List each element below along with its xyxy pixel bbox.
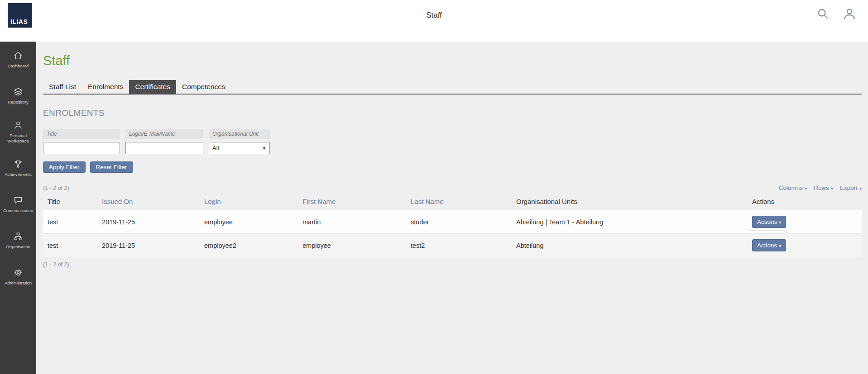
sidebar-item-label: Repository [6,99,29,105]
column-header-actions: Actions [748,194,862,210]
sidebar-item-dashboard[interactable]: Dashboard [0,42,36,78]
sidebar-item-label: Personal Workspace [0,133,36,144]
select-arrow-icon: ▼ [262,146,266,151]
column-header-title[interactable]: Title [43,194,97,210]
cell-first-name: employee [298,234,406,257]
filter-field-title: Title [43,129,120,154]
logo-text: ILIAS [8,18,28,28]
cell-org-units: Abteilung | Team 1 - Abteilung [512,210,748,234]
user-icon[interactable] [843,7,856,21]
main-sidebar: Dashboard Repository Personal Workspace [0,42,36,374]
apply-filter-button[interactable]: Apply Filter [43,161,86,173]
row-actions-button[interactable]: Actions▾ [752,216,786,228]
orgchart-icon [13,232,23,241]
gear-icon [13,268,23,278]
filter-panel: Title Login/E-Mail/Name Organisational U… [43,129,862,154]
main-content: Staff Staff List Enrolments Certificates… [36,42,868,374]
sidebar-item-label: Organisation [5,244,32,250]
column-header-issued-on[interactable]: Issued On [97,194,200,210]
cell-last-name: test2 [406,234,512,257]
cell-last-name: studer [406,210,512,234]
filter-field-org-unit: Organisational Unit All ▼ [209,129,270,154]
caret-down-icon: ▾ [831,186,833,191]
sidebar-item-repository[interactable]: Repository [0,78,36,114]
reset-filter-button[interactable]: Reset Filter [90,161,133,173]
tab-bar: Staff List Enrolments Certificates Compe… [43,80,862,95]
column-header-last-name[interactable]: Last Name [406,194,512,210]
tab-competences[interactable]: Competences [176,80,231,94]
login-filter-input[interactable] [125,142,203,154]
search-icon[interactable] [816,7,829,20]
certificates-table: Title Issued On Login First Name Last Na… [43,194,862,257]
cell-title: test [43,234,97,257]
home-icon [13,51,23,61]
filter-label-org-unit: Organisational Unit [209,129,270,139]
caret-down-icon: ▾ [779,220,781,225]
filter-buttons: Apply Filter Reset Filter [43,161,862,173]
window-title: Staff [426,11,442,20]
result-range-bottom: (1 - 2 of 2) [43,261,862,268]
table-header-row: Title Issued On Login First Name Last Na… [43,194,862,210]
filter-field-login: Login/E-Mail/Name [125,129,203,154]
rows-control[interactable]: Rows▾ [814,185,833,191]
top-bar: ILIAS Staff [0,0,868,42]
sidebar-item-label: Communication [2,208,34,213]
sidebar-item-label: Administration [3,280,33,286]
column-header-login[interactable]: Login [200,194,298,210]
layers-icon [13,87,23,97]
person-icon [13,120,23,130]
caret-down-icon: ▾ [779,243,781,248]
caret-down-icon: ▾ [859,186,862,191]
caret-down-icon: ▾ [805,186,807,191]
cell-issued-on: 2019-11-25 [97,210,200,234]
table-meta-row: (1 - 2 of 2) Columns▾ Rows▾ Export▾ [43,185,862,191]
cell-title: test [43,210,97,234]
tab-certificates[interactable]: Certificates [129,80,176,94]
table-row: test 2019-11-25 employee2 employee test2… [43,234,862,257]
sidebar-item-label: Achievements [3,172,33,177]
tab-enrolments[interactable]: Enrolments [82,80,129,94]
table-view-controls: Columns▾ Rows▾ Export▾ [779,185,862,191]
filter-label-title: Title [43,129,120,139]
sidebar-item-organisation[interactable]: Organisation [0,223,36,259]
tab-staff-list[interactable]: Staff List [43,80,82,94]
result-range-top: (1 - 2 of 2) [43,185,69,191]
sidebar-item-achievements[interactable]: Achievements [0,150,36,186]
export-control[interactable]: Export▾ [840,185,862,191]
ilias-logo[interactable]: ILIAS [8,3,32,28]
column-header-first-name[interactable]: First Name [298,194,406,210]
columns-control[interactable]: Columns▾ [779,185,807,191]
sidebar-item-personal-workspace[interactable]: Personal Workspace [0,114,36,150]
organisational-unit-select[interactable]: All ▼ [209,142,270,154]
sidebar-item-administration[interactable]: Administration [0,259,36,295]
select-value: All [212,145,219,151]
cell-org-units: Abteilung [512,234,748,257]
cell-actions: Actions▾ [748,234,862,257]
row-actions-button[interactable]: Actions▾ [752,239,786,251]
trophy-icon [13,159,23,169]
cell-login: employee [200,210,298,234]
table-row: test 2019-11-25 employee martin studer A… [43,210,862,234]
cell-actions: Actions▾ Download Certificate [748,210,862,234]
sidebar-item-communication[interactable]: Communication [0,186,36,223]
filter-label-login: Login/E-Mail/Name [125,129,203,139]
section-title: ENROLMENTS [43,108,862,118]
chat-icon [13,195,23,205]
cell-issued-on: 2019-11-25 [97,234,200,257]
cell-login: employee2 [200,234,298,257]
cell-first-name: martin [298,210,406,234]
column-header-org-units: Organisational Units [512,194,748,210]
actions-dropdown-menu: Download Certificate [748,231,786,234]
dropdown-item-download-certificate[interactable]: Download Certificate [748,231,786,234]
title-filter-input[interactable] [43,142,120,154]
sidebar-item-label: Dashboard [6,63,30,69]
page-title: Staff [43,53,862,68]
